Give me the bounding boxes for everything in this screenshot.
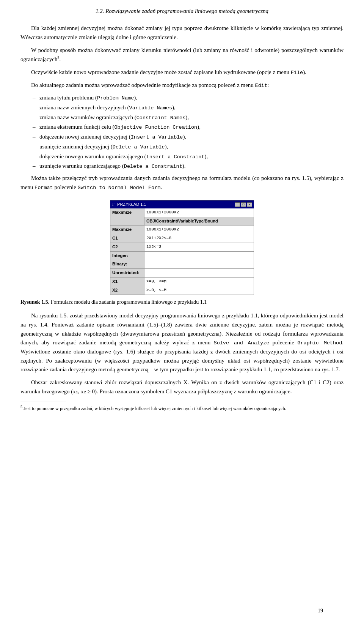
row-label-c2: C2 bbox=[110, 243, 144, 251]
row-label-binary: Binary: bbox=[110, 260, 144, 268]
header-title: 1.2. Rozwiązywanie zadań programowania l… bbox=[96, 8, 268, 14]
row-label-c1: C1 bbox=[110, 234, 144, 243]
maximize-button[interactable]: □ bbox=[241, 202, 246, 207]
window-cell-label: Maximize bbox=[110, 208, 144, 217]
list-item: usunięcie warunku ograniczającego (Delet… bbox=[33, 162, 344, 171]
window-top-row: Maximize 1000X1+2000X2 bbox=[110, 208, 254, 217]
list-item: zmiana nazw warunków ograniczających (Co… bbox=[33, 113, 344, 122]
list-item: zmiana ekstremum funkcji celu (Objective… bbox=[33, 123, 344, 132]
list-item: zmiana nazw zmiennych decyzyjnych (Varia… bbox=[33, 103, 344, 112]
page-number: 19 bbox=[318, 607, 323, 615]
row-label-integer: Integer: bbox=[110, 252, 144, 260]
body-paragraph-1: Na rysunku 1.5. został przedstawiony mod… bbox=[20, 311, 344, 374]
row-label-unrestricted: Unrestricted: bbox=[110, 269, 144, 277]
window-controls: _ □ × bbox=[235, 202, 252, 207]
window-header-col1 bbox=[110, 217, 144, 225]
row-label-maximize: Maximize bbox=[110, 226, 144, 234]
row-label-x2: X2 bbox=[110, 286, 144, 295]
minimize-button[interactable]: _ bbox=[235, 202, 240, 207]
bullet-list: zmiana tytułu problemu (Problem Name), z… bbox=[33, 93, 344, 171]
page-header: 1.2. Rozwiązywanie zadań programowania l… bbox=[20, 7, 344, 17]
window-data-row: Integer: bbox=[110, 252, 254, 260]
row-label-x1: X1 bbox=[110, 278, 144, 286]
paragraph-3: Oczywiście każde nowo wprowadzone zadani… bbox=[20, 68, 344, 77]
main-content: Dla każdej zmiennej decyzyjnej można dok… bbox=[20, 24, 344, 192]
row-value-x1: >=0, <=M bbox=[144, 278, 254, 286]
row-value-unrestricted bbox=[144, 269, 254, 277]
window-container: ↕↑ PRZYKŁAD 1.1 _ □ × Maximize 1000X1+20… bbox=[20, 200, 344, 295]
row-value-maximize: 1000X1+2000X2 bbox=[144, 226, 254, 234]
row-value-x2: >=0, <=M bbox=[144, 286, 254, 295]
window-data-row: Binary: bbox=[110, 260, 254, 269]
window-data-row: Maximize 1000X1+2000X2 bbox=[110, 226, 254, 234]
window-title: ↕↑ PRZYKŁAD 1.1 bbox=[112, 201, 146, 208]
window-data-row: C1 2X1+2X2<=8 bbox=[110, 234, 254, 243]
application-window: ↕↑ PRZYKŁAD 1.1 _ □ × Maximize 1000X1+20… bbox=[110, 200, 254, 295]
paragraph-1: Dla każdej zmiennej decyzyjnej można dok… bbox=[20, 24, 344, 42]
window-cell-value: 1000X1+2000X2 bbox=[144, 208, 254, 217]
close-button[interactable]: × bbox=[247, 202, 252, 207]
row-value-integer bbox=[144, 252, 254, 260]
window-header-col2: OBJ/Constraint/VariableType/Bound bbox=[144, 217, 254, 225]
footnote: 5 Jest to pomocne w przypadku zadań, w k… bbox=[20, 404, 344, 412]
row-value-binary bbox=[144, 260, 254, 268]
list-item: dołączenie nowego warunku ograniczająceg… bbox=[33, 152, 344, 161]
list-item: usunięcie zmiennej decyzyjnej (Delete a … bbox=[33, 142, 344, 151]
window-titlebar: ↕↑ PRZYKŁAD 1.1 _ □ × bbox=[110, 200, 254, 208]
list-item: zmiana tytułu problemu (Problem Name), bbox=[33, 93, 344, 103]
body-paragraphs: Na rysunku 1.5. został przedstawiony mod… bbox=[20, 311, 344, 396]
window-header-row: OBJ/Constraint/VariableType/Bound bbox=[110, 217, 254, 226]
paragraph-5: Można także przełączyć tryb wprowadzania… bbox=[20, 174, 344, 192]
paragraph-4: Do aktualnego zadania można wprowadzać o… bbox=[20, 81, 344, 90]
paragraph-2: W podobny sposób można dokonywać zmiany … bbox=[20, 46, 344, 64]
row-value-c2: 1X2<=3 bbox=[144, 243, 254, 251]
window-data-row: Unrestricted: bbox=[110, 269, 254, 278]
window-data-row: C2 1X2<=3 bbox=[110, 243, 254, 252]
row-value-c1: 2X1+2X2<=8 bbox=[144, 234, 254, 243]
figure-caption: Rysunek 1.5. Formularz modelu dla zadani… bbox=[20, 298, 344, 306]
body-paragraph-2: Obszar zakreskowany stanowi zbiór rozwią… bbox=[20, 378, 344, 396]
window-data-row: X1 >=0, <=M bbox=[110, 278, 254, 286]
footnote-divider bbox=[20, 402, 66, 402]
list-item: dołączenie nowej zmiennej decyzyjnej (In… bbox=[33, 133, 344, 142]
window-data-row: X2 >=0, <=M bbox=[110, 286, 254, 295]
